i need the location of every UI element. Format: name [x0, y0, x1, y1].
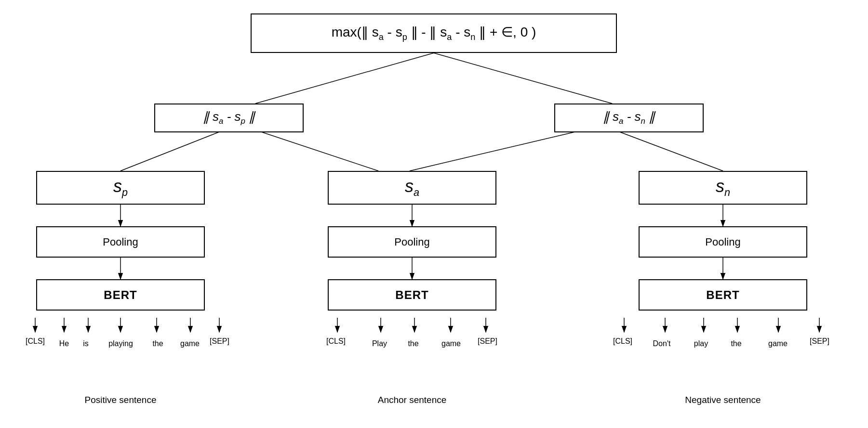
svg-line-5	[614, 130, 723, 171]
token-neg-dont: Don't	[650, 339, 674, 348]
bert-positive-box: BERT	[36, 279, 205, 311]
pooling-anchor-label: Pooling	[394, 236, 429, 248]
token-anc-game: game	[440, 339, 463, 348]
norm-right-box: ‖ sa - sn ‖	[554, 104, 704, 132]
token-anc-cls: [CLS]	[324, 337, 348, 346]
token-pos-cls: [CLS]	[23, 337, 47, 346]
token-pos-game: game	[178, 339, 201, 348]
token-anc-the: the	[405, 339, 422, 348]
positive-sentence-label: Positive sentence	[46, 395, 195, 405]
bert-negative-box: BERT	[639, 279, 807, 311]
token-pos-he: He	[54, 339, 74, 348]
bert-negative-label: BERT	[706, 288, 739, 302]
token-neg-the: the	[728, 339, 745, 348]
pooling-positive-box: Pooling	[36, 226, 205, 258]
sn-label: sn	[716, 176, 730, 199]
sa-box: sa	[328, 171, 496, 205]
token-pos-playing: playing	[105, 339, 136, 348]
anchor-sentence-label: Anchor sentence	[337, 395, 487, 405]
norm-left-box: ‖ sa - sp ‖	[154, 104, 304, 132]
pooling-anchor-box: Pooling	[328, 226, 496, 258]
norm-left-text: ‖ sa - sp ‖	[203, 109, 255, 126]
token-neg-sep: [SEP]	[806, 337, 833, 346]
token-neg-play: play	[690, 339, 712, 348]
token-neg-game: game	[766, 339, 789, 348]
svg-line-1	[434, 53, 612, 104]
negative-sentence-label: Negative sentence	[646, 395, 800, 405]
diagram: max(‖ sa - sp ‖ - ‖ sa - sn ‖ + ∈, 0 ) ‖…	[0, 0, 868, 428]
svg-line-3	[255, 130, 378, 171]
svg-line-0	[255, 53, 434, 104]
connecting-lines	[0, 0, 868, 428]
pooling-negative-label: Pooling	[705, 236, 740, 248]
token-pos-the: the	[149, 339, 166, 348]
token-anc-sep: [SEP]	[474, 337, 501, 346]
token-neg-cls: [CLS]	[611, 337, 635, 346]
sp-box: sp	[36, 171, 205, 205]
pooling-positive-label: Pooling	[103, 236, 138, 248]
sa-label: sa	[405, 176, 419, 199]
token-pos-sep: [SEP]	[206, 337, 233, 346]
formula-text: max(‖ sa - sp ‖ - ‖ sa - sn ‖ + ∈, 0 )	[332, 24, 536, 42]
svg-line-4	[410, 130, 583, 171]
bert-positive-label: BERT	[104, 288, 137, 302]
sp-label: sp	[113, 176, 128, 199]
token-anc-play: Play	[369, 339, 390, 348]
formula-box: max(‖ sa - sp ‖ - ‖ sa - sn ‖ + ∈, 0 )	[251, 13, 617, 53]
pooling-negative-box: Pooling	[639, 226, 807, 258]
svg-line-2	[120, 130, 224, 171]
token-pos-is: is	[79, 339, 93, 348]
sn-box: sn	[639, 171, 807, 205]
bert-anchor-box: BERT	[328, 279, 496, 311]
norm-right-text: ‖ sa - sn ‖	[603, 109, 655, 126]
bert-anchor-label: BERT	[395, 288, 428, 302]
